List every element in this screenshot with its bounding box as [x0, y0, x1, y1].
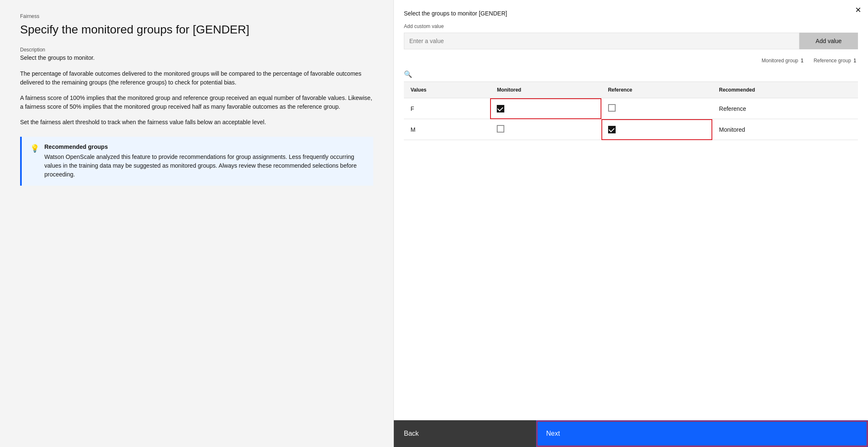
body-text-1: The percentage of favorable outcomes del…: [20, 69, 373, 87]
info-box-title: Recommended groups: [44, 143, 365, 150]
checkbox-monitored-0[interactable]: [497, 105, 504, 112]
cell-reference-0[interactable]: [601, 98, 712, 119]
body-text-3: Set the fairness alert threshold to trac…: [20, 118, 373, 127]
col-header-values: Values: [404, 82, 490, 98]
cell-recommended-0: Reference: [712, 98, 858, 119]
checkbox-reference-1[interactable]: [608, 126, 616, 133]
table-container: Values Monitored Reference Recommended F…: [404, 82, 858, 420]
info-box-content: Recommended groups Watson OpenScale anal…: [44, 143, 365, 179]
monitored-group-badge: 1: [801, 58, 804, 64]
close-button[interactable]: ✕: [851, 3, 865, 17]
table-row: FReference: [404, 98, 858, 119]
cell-value-1: M: [404, 119, 490, 140]
next-button[interactable]: Next: [536, 420, 868, 447]
checkbox-monitored-1[interactable]: [497, 125, 504, 133]
left-panel: Fairness Specify the monitored groups fo…: [0, 0, 393, 447]
back-button[interactable]: Back: [394, 420, 536, 447]
group-counts-row: Monitored group 1 Reference group 1: [404, 58, 858, 64]
page-title: Specify the monitored groups for [GENDER…: [20, 23, 373, 37]
monitored-group-count: Monitored group 1: [762, 58, 804, 64]
add-value-row: Add value: [404, 33, 858, 49]
description-label: Description: [20, 47, 373, 53]
search-icon: 🔍: [404, 70, 412, 78]
custom-value-label: Add custom value: [404, 23, 858, 29]
monitored-group-label: Monitored group: [762, 58, 798, 64]
breadcrumb: Fairness: [20, 13, 373, 19]
cell-monitored-1[interactable]: [490, 119, 601, 140]
right-panel: ✕ Select the groups to monitor [GENDER] …: [393, 0, 868, 447]
info-box-body: Watson OpenScale analyzed this feature t…: [44, 153, 365, 179]
add-value-input[interactable]: [404, 33, 799, 49]
lightbulb-icon: 💡: [30, 144, 39, 179]
table-header-row: Values Monitored Reference Recommended: [404, 82, 858, 98]
reference-group-label: Reference group: [814, 58, 851, 64]
body-text-2: A fairness score of 100% implies that th…: [20, 94, 373, 111]
description-text: Select the groups to monitor.: [20, 54, 373, 61]
col-header-monitored: Monitored: [490, 82, 601, 98]
values-table: Values Monitored Reference Recommended F…: [404, 82, 858, 140]
cell-recommended-1: Monitored: [712, 119, 858, 140]
col-header-reference: Reference: [601, 82, 712, 98]
col-header-recommended: Recommended: [712, 82, 858, 98]
cell-reference-1[interactable]: [601, 119, 712, 140]
checkbox-reference-0[interactable]: [608, 104, 616, 112]
reference-group-count: Reference group 1: [814, 58, 856, 64]
table-row: MMonitored: [404, 119, 858, 140]
info-box: 💡 Recommended groups Watson OpenScale an…: [20, 137, 373, 186]
add-value-button[interactable]: Add value: [799, 33, 858, 49]
search-row: 🔍: [404, 67, 858, 82]
select-label: Select the groups to monitor [GENDER]: [404, 10, 858, 17]
cell-monitored-0[interactable]: [490, 98, 601, 119]
footer: Back Next: [394, 420, 868, 447]
right-content: Select the groups to monitor [GENDER] Ad…: [394, 0, 868, 420]
reference-group-badge: 1: [853, 58, 856, 64]
cell-value-0: F: [404, 98, 490, 119]
